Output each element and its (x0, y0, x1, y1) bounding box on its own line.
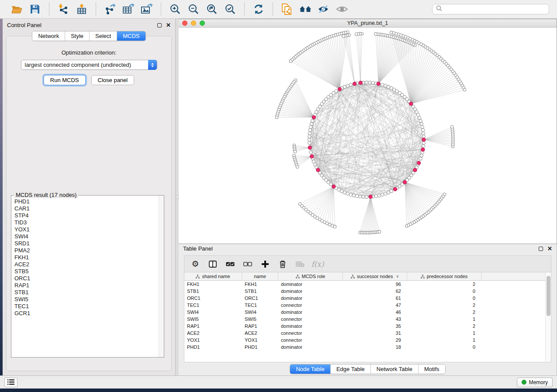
mcds-result-item[interactable]: GCR1 (14, 310, 159, 317)
network-node[interactable] (368, 81, 371, 84)
network-node[interactable] (390, 86, 393, 89)
close-table-panel-icon[interactable]: ✕ (547, 247, 552, 251)
table-cell[interactable]: 18 (343, 344, 407, 350)
table-cell[interactable]: 46 (343, 309, 407, 315)
network-hub-node[interactable] (377, 82, 380, 86)
table-cell[interactable]: 2 (407, 303, 481, 308)
table-cell[interactable]: dominator (278, 289, 343, 294)
task-history-button[interactable] (4, 378, 17, 387)
network-node[interactable] (308, 138, 311, 141)
network-hub-node[interactable] (359, 81, 362, 85)
network-hub-node[interactable] (403, 180, 407, 184)
export-image-icon[interactable] (141, 3, 153, 15)
table-cell[interactable]: PHD1 (184, 344, 242, 350)
table-cell[interactable]: ORC1 (242, 296, 278, 301)
network-node[interactable] (359, 195, 362, 198)
mcds-result-item[interactable]: TEC1 (14, 303, 159, 310)
tab-select[interactable]: Select (90, 31, 117, 41)
criterion-dropdown[interactable]: largest connected component (undirected) (21, 60, 157, 70)
table-cell[interactable]: YOX1 (184, 337, 242, 343)
network-node[interactable] (275, 116, 278, 119)
mcds-result-item[interactable]: STB1 (14, 289, 159, 296)
refresh-view-icon[interactable] (253, 3, 265, 15)
table-cell[interactable]: connector (278, 337, 343, 343)
table-cell[interactable]: TEC1 (242, 303, 278, 308)
panel-splitter[interactable] (176, 19, 179, 375)
network-node[interactable] (418, 116, 421, 119)
table-cell[interactable]: 31 (343, 330, 407, 336)
network-node[interactable] (420, 122, 423, 125)
table-row[interactable]: RAP1RAP1dominator352 (184, 323, 545, 330)
save-session-icon[interactable] (29, 3, 41, 15)
network-node[interactable] (381, 83, 384, 86)
table-cell[interactable]: 1 (407, 316, 481, 322)
import-table-icon[interactable] (76, 3, 88, 15)
tab-style[interactable]: Style (65, 31, 90, 41)
select-all-icon[interactable] (225, 259, 235, 269)
network-canvas[interactable] (179, 28, 557, 244)
network-node[interactable] (340, 189, 343, 193)
network-node[interactable] (343, 85, 346, 88)
network-node[interactable] (419, 157, 422, 160)
table-cell[interactable]: dominator (278, 282, 343, 287)
table-scrollbar[interactable] (545, 272, 551, 362)
network-hub-node[interactable] (421, 148, 425, 151)
tab-mcds[interactable]: MCDS (117, 31, 145, 41)
network-node[interactable] (312, 160, 315, 163)
table-cell[interactable]: 96 (343, 282, 407, 287)
table-cell[interactable]: RAP1 (184, 323, 242, 329)
network-node[interactable] (371, 81, 374, 84)
mcds-result-item[interactable]: YOX1 (14, 226, 159, 233)
table-cell[interactable]: ACE2 (184, 330, 242, 336)
network-node[interactable] (308, 132, 311, 135)
column-header-predecessor-nodes[interactable]: predecessor nodes (407, 272, 481, 280)
network-node[interactable] (309, 125, 312, 128)
network-node[interactable] (294, 150, 297, 153)
table-scrollbar-thumb[interactable] (547, 276, 550, 316)
mcds-result-item[interactable]: SRD1 (14, 240, 159, 247)
column-header-MCDS-role[interactable]: MCDS role (278, 272, 343, 280)
table-row[interactable]: ORC1ORC1dominator610 (184, 295, 545, 302)
network-node[interactable] (310, 122, 313, 125)
table-cell[interactable]: SWI5 (242, 316, 278, 322)
network-node[interactable] (346, 84, 349, 87)
table-row[interactable]: ACE2ACE2connector311 (184, 330, 545, 337)
table-cell[interactable]: dominator (278, 296, 343, 301)
close-panel-button[interactable]: Close panel (91, 75, 135, 85)
network-node[interactable] (422, 132, 425, 135)
network-node[interactable] (421, 125, 424, 128)
table-cell[interactable]: connector (278, 330, 343, 336)
table-row[interactable]: FKH1FKH1dominator962 (184, 281, 545, 288)
float-table-panel-icon[interactable] (539, 247, 543, 251)
mcds-result-item[interactable]: TID3 (14, 219, 159, 226)
network-hub-node[interactable] (369, 195, 372, 199)
run-mcds-button[interactable]: Run MCDS (44, 75, 86, 85)
network-node[interactable] (422, 135, 425, 138)
table-body[interactable]: FKH1FKH1dominator962STB1STB1dominator620… (184, 281, 545, 362)
table-cell[interactable]: 35 (343, 323, 407, 329)
table-cell[interactable]: 43 (343, 316, 407, 322)
export-network-icon[interactable] (104, 3, 116, 15)
network-node[interactable] (374, 195, 377, 198)
search-input[interactable] (445, 6, 545, 12)
network-node[interactable] (308, 141, 311, 144)
float-panel-icon[interactable] (157, 23, 162, 28)
table-row[interactable]: SWI4SWI4dominator462 (184, 309, 545, 316)
network-node[interactable] (390, 31, 393, 34)
network-node[interactable] (419, 119, 422, 122)
table-cell[interactable]: SWI4 (184, 309, 242, 315)
network-node[interactable] (343, 191, 346, 194)
mcds-result-item[interactable]: CAR1 (14, 205, 159, 212)
table-cell[interactable]: YOX1 (242, 337, 278, 343)
mcds-result-item[interactable]: STB5 (14, 268, 159, 275)
network-node[interactable] (355, 195, 358, 198)
open-file-icon[interactable] (10, 3, 23, 15)
network-titlebar[interactable]: YPA_prune.txt_1 (179, 19, 557, 28)
network-hub-node[interactable] (417, 161, 421, 165)
network-node[interactable] (422, 128, 425, 131)
column-header-successor-nodes[interactable]: successor nodes∨ (343, 272, 407, 280)
network-hub-node[interactable] (308, 146, 311, 149)
mcds-result-item[interactable]: RAP1 (14, 282, 159, 289)
table-cell[interactable]: SWI5 (184, 316, 242, 322)
network-node[interactable] (443, 193, 446, 196)
